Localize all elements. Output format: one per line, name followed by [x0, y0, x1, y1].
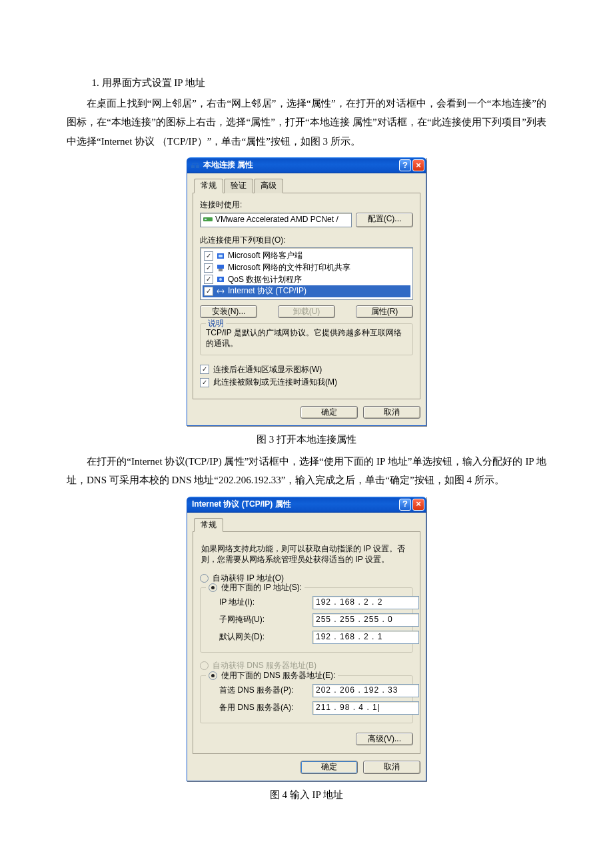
dns2-label: 备用 DNS 服务器(A):: [219, 703, 312, 713]
list-item[interactable]: ✓ Microsoft 网络的文件和打印机共享: [203, 262, 410, 274]
manual-ip-group: 使用下面的 IP 地址(S): IP 地址(I): 192 . 168 . 2 …: [200, 587, 413, 653]
dialog-tcpip: Internet 协议 (TCP/IP) 属性 ? × 常规 如果网络支持此功能…: [187, 497, 426, 781]
cancel-button[interactable]: 取消: [363, 406, 420, 419]
items-label: 此连接使用下列项目(O):: [200, 235, 413, 246]
title-text: Internet 协议 (TCP/IP) 属性: [192, 499, 399, 510]
notify-checkbox[interactable]: ✓: [200, 378, 209, 387]
description-text: TCP/IP 是默认的广域网协议。它提供跨越多种互联网络的通讯。: [206, 328, 407, 349]
tray-checkbox[interactable]: ✓: [200, 365, 209, 374]
list-item-label: Microsoft 网络客户端: [228, 251, 303, 261]
checkbox-icon[interactable]: ✓: [204, 275, 213, 284]
tabpanel-general: 连接时使用: VMware Accelerated AMD PCNet / 配置…: [193, 193, 420, 399]
manual-dns-label: 使用下面的 DNS 服务器地址(E):: [221, 671, 335, 681]
checkbox-icon[interactable]: ✓: [204, 251, 213, 261]
svg-rect-5: [219, 255, 223, 257]
auto-dns-radio: [200, 661, 209, 670]
qos-icon: [216, 275, 225, 284]
tabs: 常规 验证 高级: [193, 179, 420, 193]
auto-dns-label: 自动获得 DNS 服务器地址(B): [213, 661, 316, 671]
paragraph-2: 在打开的“Internet 协议(TCP/IP) 属性”对话框中，选择“使用下面…: [67, 452, 546, 490]
nic-icon: [203, 215, 213, 225]
svg-rect-7: [219, 269, 223, 271]
close-button[interactable]: ×: [412, 499, 424, 511]
install-button[interactable]: 安装(N)...: [200, 305, 257, 319]
properties-button[interactable]: 属性(R): [356, 305, 413, 319]
section-heading: 1. 用界面方式设置 IP 地址: [67, 73, 546, 93]
help-button[interactable]: ?: [399, 159, 411, 171]
tray-label: 连接后在通知区域显示图标(W): [213, 365, 322, 375]
advanced-button[interactable]: 高级(V)...: [356, 733, 413, 746]
list-item[interactable]: ✓ Microsoft 网络客户端: [203, 250, 410, 262]
checkbox-icon[interactable]: ✓: [204, 263, 213, 273]
description-group: 说明 TCP/IP 是默认的广域网协议。它提供跨越多种互联网络的通讯。: [200, 323, 413, 355]
items-list[interactable]: ✓ Microsoft 网络客户端 ✓ Microsoft 网络的文件和打印机共…: [200, 247, 413, 299]
gateway-input[interactable]: 192 . 168 . 2 . 1: [312, 631, 419, 644]
titlebar[interactable]: 本地连接 属性 ? ×: [187, 157, 426, 173]
manual-dns-group: 使用下面的 DNS 服务器地址(E): 首选 DNS 服务器(P): 202 .…: [200, 675, 413, 723]
gateway-label: 默认网关(D):: [219, 632, 312, 643]
hint-text: 如果网络支持此功能，则可以获取自动指派的 IP 设置。否则，您需要从网络系统管理…: [201, 544, 412, 565]
connection-icon: [191, 161, 200, 170]
svg-rect-0: [191, 165, 195, 168]
help-button[interactable]: ?: [399, 499, 411, 511]
svg-rect-6: [217, 265, 224, 269]
adapter-name: VMware Accelerated AMD PCNet /: [215, 215, 338, 225]
titlebar[interactable]: Internet 协议 (TCP/IP) 属性 ? ×: [187, 497, 426, 513]
svg-point-9: [219, 278, 222, 281]
protocol-icon: [216, 287, 225, 296]
tab-general[interactable]: 常规: [194, 179, 223, 193]
tab-auth[interactable]: 验证: [224, 179, 253, 193]
adapter-field: VMware Accelerated AMD PCNet /: [200, 213, 352, 227]
close-button[interactable]: ×: [412, 159, 424, 171]
ok-button[interactable]: 确定: [301, 406, 358, 419]
ip-input[interactable]: 192 . 168 . 2 . 2: [312, 596, 419, 609]
tabpanel-general: 如果网络支持此功能，则可以获取自动指派的 IP 设置。否则，您需要从网络系统管理…: [193, 531, 420, 754]
list-item-label: Microsoft 网络的文件和打印机共享: [228, 263, 350, 273]
dns1-input[interactable]: 202 . 206 . 192 . 33: [312, 684, 419, 697]
list-item-label: Internet 协议 (TCP/IP): [228, 286, 306, 297]
dns2-input[interactable]: 211 . 98 . 4 . 1|: [312, 701, 419, 715]
ok-button[interactable]: 确定: [301, 761, 358, 774]
paragraph-1: 在桌面上找到“网上邻居”，右击“网上邻居”，选择“属性”，在打开的对话框中，会看…: [67, 94, 546, 151]
notify-label: 此连接被限制或无连接时通知我(M): [213, 377, 337, 388]
client-icon: [216, 251, 225, 261]
auto-ip-radio[interactable]: [200, 574, 209, 583]
title-text: 本地连接 属性: [203, 160, 399, 171]
figure-4-caption: 图 4 输入 IP 地址: [67, 785, 546, 805]
svg-rect-3: [205, 219, 207, 220]
svg-rect-1: [196, 165, 199, 168]
tab-advanced[interactable]: 高级: [254, 179, 283, 193]
configure-button[interactable]: 配置(C)...: [356, 213, 413, 227]
page: 1. 用界面方式设置 IP 地址 在桌面上找到“网上邻居”，右击“网上邻居”，选…: [67, 0, 546, 860]
list-item-label: QoS 数据包计划程序: [228, 275, 302, 285]
share-icon: [216, 263, 225, 273]
list-item[interactable]: ✓ QoS 数据包计划程序: [203, 274, 410, 286]
list-item[interactable]: ✓ Internet 协议 (TCP/IP): [203, 285, 410, 297]
dns1-label: 首选 DNS 服务器(P):: [219, 685, 312, 696]
description-legend: 说明: [206, 319, 226, 329]
figure-3-caption: 图 3 打开本地连接属性: [67, 430, 546, 449]
auto-ip-label: 自动获得 IP 地址(O): [213, 573, 284, 584]
dialog-local-connection: 本地连接 属性 ? × 常规 验证 高级 连接时使用: VMware: [187, 157, 426, 426]
tab-general[interactable]: 常规: [194, 518, 223, 533]
connect-using-label: 连接时使用:: [200, 200, 413, 211]
uninstall-button: 卸载(U): [278, 305, 335, 319]
checkbox-icon[interactable]: ✓: [204, 287, 213, 296]
ip-label: IP 地址(I):: [219, 597, 312, 608]
cancel-button[interactable]: 取消: [363, 761, 420, 774]
mask-input[interactable]: 255 . 255 . 255 . 0: [312, 613, 419, 627]
manual-dns-radio[interactable]: [209, 671, 217, 680]
manual-ip-radio[interactable]: [209, 583, 217, 592]
manual-ip-label: 使用下面的 IP 地址(S):: [221, 583, 302, 593]
mask-label: 子网掩码(U):: [219, 615, 312, 625]
